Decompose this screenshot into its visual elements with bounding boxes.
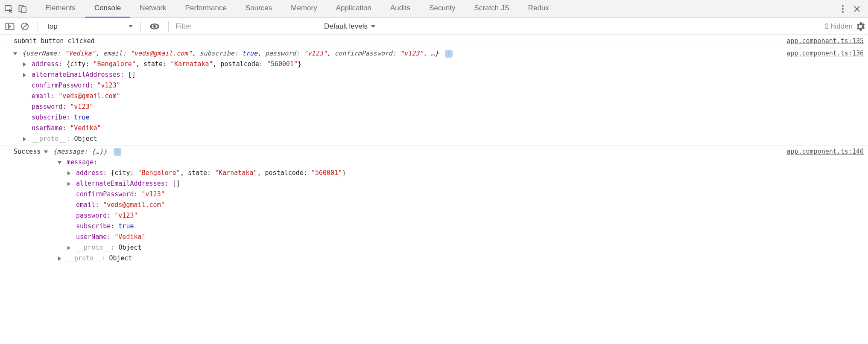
disclosure-triangle-icon[interactable] xyxy=(58,161,62,164)
live-expression-icon[interactable] xyxy=(149,23,160,30)
console-output: submit button clicked app.component.ts:1… xyxy=(0,35,868,265)
console-toolbar: top Default levels 2 hidden xyxy=(0,18,868,35)
object-property-proto-outer[interactable]: __proto__: Object xyxy=(58,253,780,264)
svg-point-4 xyxy=(842,8,844,10)
object-property-alternate-emails[interactable]: alternateEmailAddresses: [] xyxy=(14,70,780,80)
info-badge-icon[interactable]: i xyxy=(114,148,121,156)
tab-redux[interactable]: Redux xyxy=(519,0,558,18)
separator xyxy=(140,21,141,32)
log-levels-label: Default levels xyxy=(324,22,368,31)
tab-security[interactable]: Security xyxy=(420,0,465,18)
console-message: Success {message: {…}} i message: addres… xyxy=(0,146,868,265)
disclosure-triangle-icon[interactable] xyxy=(44,150,48,153)
tab-console[interactable]: Console xyxy=(85,0,130,18)
object-property-email[interactable]: email: "veds@gmail.com" xyxy=(14,91,780,102)
close-icon[interactable] xyxy=(853,6,860,12)
chevron-down-icon xyxy=(371,25,375,28)
context-selector[interactable]: top xyxy=(42,21,136,32)
disclosure-triangle-icon[interactable] xyxy=(13,52,18,55)
disclosure-triangle-icon[interactable] xyxy=(23,73,26,77)
log-text: submit button clicked xyxy=(14,36,780,46)
separator xyxy=(38,21,38,32)
disclosure-triangle-icon[interactable] xyxy=(67,171,70,175)
log-levels-selector[interactable]: Default levels xyxy=(318,22,375,31)
tab-scratchjs[interactable]: Scratch JS xyxy=(465,0,519,18)
source-link[interactable]: app.component.ts:136 xyxy=(780,48,864,58)
context-selector-label: top xyxy=(47,22,58,31)
object-property-address[interactable]: address: {city: "Bengalore", state: "Kar… xyxy=(58,168,780,178)
object-property-password[interactable]: password: "v123" xyxy=(58,210,780,221)
object-property-subscribe[interactable]: subscribe: true xyxy=(58,221,780,232)
tab-list: Elements Console Network Performance Sou… xyxy=(36,0,842,18)
object-property-username[interactable]: userName: "Vedika" xyxy=(58,232,780,242)
object-property-confirm-password[interactable]: confirmPassword: "v123" xyxy=(14,80,780,91)
source-link[interactable]: app.component.ts:135 xyxy=(780,36,864,46)
tab-audits[interactable]: Audits xyxy=(381,0,420,18)
svg-rect-2 xyxy=(22,7,26,13)
object-property-username[interactable]: userName: "Vedika" xyxy=(14,123,780,134)
object-property-alternate-emails[interactable]: alternateEmailAddresses: [] xyxy=(58,178,780,189)
tab-application[interactable]: Application xyxy=(327,0,381,18)
disclosure-triangle-icon[interactable] xyxy=(23,62,26,67)
tab-memory[interactable]: Memory xyxy=(281,0,326,18)
object-property-confirm-password[interactable]: confirmPassword: "v123" xyxy=(58,189,780,200)
tab-sources[interactable]: Sources xyxy=(236,0,281,18)
chevron-down-icon xyxy=(129,25,133,28)
disclosure-triangle-icon[interactable] xyxy=(67,246,70,250)
disclosure-triangle-icon[interactable] xyxy=(23,137,26,141)
object-property-address[interactable]: address: {city: "Bengalore", state: "Kar… xyxy=(14,59,780,70)
info-badge-icon[interactable]: i xyxy=(445,50,453,58)
object-property-subscribe[interactable]: subscribe: true xyxy=(14,112,780,123)
console-message: submit button clicked app.component.ts:1… xyxy=(0,35,868,47)
tabbar-right-icons xyxy=(842,5,865,13)
inspect-element-icon[interactable] xyxy=(4,4,14,14)
tab-performance[interactable]: Performance xyxy=(176,0,236,18)
tab-network[interactable]: Network xyxy=(130,0,175,18)
tab-elements[interactable]: Elements xyxy=(36,0,85,18)
object-property-email[interactable]: email: "veds@gmail.com" xyxy=(58,200,780,210)
object-property-proto[interactable]: __proto__: Object xyxy=(58,242,780,253)
object-preview[interactable]: {userName: "Vedika", email: "veds@gmail.… xyxy=(14,48,780,59)
toggle-device-icon[interactable] xyxy=(18,4,27,14)
object-preview[interactable]: Success {message: {…}} i xyxy=(14,146,780,157)
source-link[interactable]: app.component.ts:140 xyxy=(780,146,864,157)
object-tree: Success {message: {…}} i message: addres… xyxy=(14,146,780,264)
tabbar-left-icons xyxy=(3,4,27,14)
separator xyxy=(168,21,169,32)
toggle-sidebar-icon[interactable] xyxy=(5,23,15,30)
object-tree: {userName: "Vedika", email: "veds@gmail.… xyxy=(14,48,780,144)
settings-icon[interactable] xyxy=(856,22,865,31)
devtools-tabbar: Elements Console Network Performance Sou… xyxy=(0,0,868,18)
hidden-messages-count[interactable]: 2 hidden xyxy=(825,22,853,31)
more-icon[interactable] xyxy=(842,5,844,13)
console-message: {userName: "Vedika", email: "veds@gmail.… xyxy=(0,47,868,146)
disclosure-triangle-icon[interactable] xyxy=(67,182,70,186)
svg-point-5 xyxy=(842,11,844,13)
clear-console-icon[interactable] xyxy=(20,22,29,31)
object-property-message[interactable]: message: xyxy=(58,157,780,168)
svg-point-10 xyxy=(153,25,156,27)
svg-point-3 xyxy=(842,5,844,7)
disclosure-triangle-icon[interactable] xyxy=(58,257,61,261)
object-property-password[interactable]: password: "v123" xyxy=(14,102,780,112)
object-property-proto[interactable]: __proto__: Object xyxy=(14,134,780,144)
filter-input[interactable] xyxy=(173,20,318,33)
